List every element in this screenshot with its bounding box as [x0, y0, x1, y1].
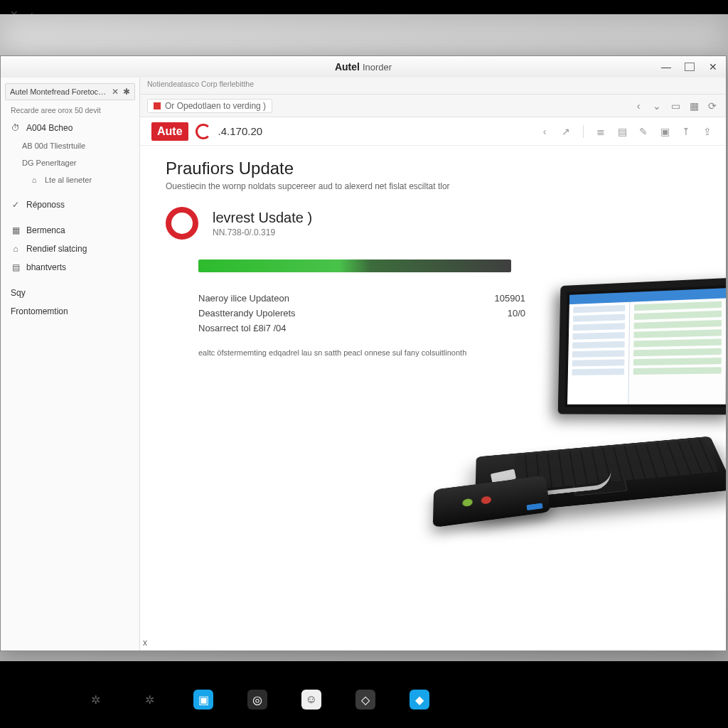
- version-label: .4.170.20: [218, 125, 263, 137]
- home-icon: ⌂: [29, 176, 39, 184]
- toolbar-separator: [583, 125, 584, 138]
- main-pane: Notiendeatasco Corp flerlebitthe Or Oped…: [140, 77, 726, 651]
- taskbar-icon[interactable]: ◎: [247, 690, 267, 710]
- sidebar-item-frontomemtion[interactable]: Frontomemtion: [1, 302, 139, 321]
- stats-value: 105901: [495, 293, 525, 304]
- stats-label: Naeroy ilice Updateon: [198, 293, 289, 304]
- taskbar-icon[interactable]: ◆: [410, 690, 429, 710]
- home-icon: ⌂: [11, 244, 21, 254]
- sidebar-item-label: Réponoss: [26, 200, 65, 210]
- list-icon[interactable]: ≣: [594, 126, 608, 137]
- address-chip-label: Or Opedotlaen to verding ): [165, 101, 266, 111]
- titlebar-brand: Autel: [335, 61, 360, 73]
- sidebar-item-bermença[interactable]: ▦ Bermenca: [1, 221, 139, 240]
- taskbar-icon[interactable]: ▣: [193, 690, 213, 710]
- stats-row: Naeroy ilice Updateon 105901: [198, 291, 525, 306]
- sidebar-item-reponoss[interactable]: ✓ Réponoss: [1, 196, 139, 214]
- window-minimize-button[interactable]: —: [658, 59, 675, 75]
- sidebar-caption: Recarde aree orox 50 devit: [1, 105, 139, 119]
- sidebar: Autel Montefread Foretoctic Aute ✕ ✱ Rec…: [1, 77, 140, 651]
- stats-value: 10/0: [508, 308, 525, 318]
- address-bar: Or Opedotlaen to verding ) ‹ ⌄ ▭ ▦ ⟳: [140, 95, 726, 117]
- sidebar-item-ab00d[interactable]: AB 00d Tliestrtuile: [1, 137, 139, 154]
- window-maximize-button[interactable]: [685, 63, 695, 71]
- sidebar-tab-title: Autel Montefread Foretoctic Aute: [10, 87, 107, 96]
- device-screen: [558, 277, 726, 414]
- scanner-port-icon: [527, 503, 543, 510]
- sidebar-item-label: Bermenca: [26, 225, 65, 235]
- address-chip[interactable]: Or Opedotlaen to verding ): [147, 99, 272, 113]
- sidebar-item-label: bhantverts: [26, 262, 66, 272]
- titlebar-subtitle: Inorder: [363, 62, 392, 73]
- grid-icon: ▦: [11, 225, 21, 235]
- device-cable: [498, 470, 613, 500]
- progress-bar: [198, 259, 511, 272]
- taskbar-icon[interactable]: ✲: [139, 690, 159, 710]
- sidebar-item-label: A004 Bcheo: [26, 123, 73, 133]
- update-header: levrest Usdate ) NN.738-0/.0.319: [166, 207, 700, 240]
- sidebar-item-lte[interactable]: ⌂ Lte al lieneter: [1, 171, 139, 188]
- taskbar: ✲ ✲ ▣ ◎ ☺ ◇ ◆: [85, 690, 429, 710]
- nav-back-icon[interactable]: ‹: [537, 126, 552, 137]
- taskbar-icon[interactable]: ☺: [301, 690, 321, 710]
- stats-label: Deastterandy Upolerets: [198, 308, 296, 318]
- external-link-icon[interactable]: ↗: [559, 126, 573, 137]
- page-subtitle: Ouestiecin the wornp noldats supcereer a…: [166, 181, 700, 191]
- update-content: Praufiors Update Ouestiecin the wornp no…: [140, 146, 726, 651]
- sidebar-item-rendief[interactable]: ⌂ Rendief slatcing: [1, 240, 139, 258]
- sidebar-item-dg[interactable]: DG Penerltager: [1, 154, 139, 171]
- status-ring-icon: [166, 207, 198, 240]
- scanner-green-button-icon: [462, 498, 472, 507]
- rows-icon[interactable]: ▤: [615, 126, 629, 137]
- update-version: NN.738-0/.0.319: [213, 228, 312, 237]
- sidebar-item-a004[interactable]: ⏱ A004 Bcheo: [1, 119, 139, 137]
- site-badge-icon: [154, 102, 161, 109]
- upload-icon[interactable]: ⤒: [679, 126, 693, 137]
- updater-window: Autel Inorder — ✕ Autel Montefread Foret…: [0, 55, 727, 651]
- grid-icon[interactable]: ▦: [687, 100, 700, 112]
- update-title: levrest Usdate ): [213, 210, 312, 226]
- page-title: Praufiors Update: [166, 159, 700, 178]
- pane-tab-row: Notiendeatasco Corp flerlebitthe: [140, 77, 726, 95]
- sidebar-item-label: Lte al lieneter: [45, 176, 92, 184]
- sidebar-item-label: DG Penerltager: [22, 159, 76, 167]
- pin-icon[interactable]: ✱: [123, 87, 130, 97]
- content-toolbar: Aute .4.170.20 ‹ ↗ ≣ ▤ ✎ ▣ ⤒ ⇪: [140, 117, 726, 146]
- footer-note: ealtc öfstermemting edqadrel lau sn satt…: [198, 348, 700, 357]
- stats-label: Nosarrect tol £8i7 /04: [198, 323, 287, 333]
- taskbar-icon[interactable]: ✲: [85, 690, 105, 710]
- dropdown-icon[interactable]: ⌄: [651, 100, 663, 112]
- clock-icon: ⏱: [11, 123, 21, 133]
- brand-badge: Aute: [151, 122, 188, 141]
- stats-row: Nosarrect tol £8i7 /04: [198, 321, 525, 336]
- device-keyboard: [515, 439, 718, 491]
- sidebar-item-label: Frontomemtion: [11, 306, 68, 316]
- desktop-background: Autel Inorder — ✕ Autel Montefread Foret…: [0, 14, 728, 661]
- sidebar-item-label: AB 00d Tliestrtuile: [22, 141, 85, 150]
- export-icon[interactable]: ⇪: [700, 126, 714, 137]
- cable-plug-icon: [491, 469, 516, 484]
- edit-icon[interactable]: ✎: [636, 126, 651, 137]
- sidebar-tab[interactable]: Autel Montefread Foretoctic Aute ✕ ✱: [5, 83, 135, 100]
- device-base: [475, 437, 726, 515]
- stats-table: Naeroy ilice Updateon 105901 Deastterand…: [198, 291, 525, 336]
- window-icon[interactable]: ▭: [669, 100, 682, 112]
- sidebar-item-bhantverts[interactable]: ▤ bhantverts: [1, 258, 139, 277]
- nav-back-icon[interactable]: ‹: [632, 100, 645, 112]
- refresh-icon[interactable]: ⟳: [706, 100, 719, 112]
- taskbar-icon[interactable]: ◇: [355, 690, 375, 710]
- sidebar-item-sqy[interactable]: Sqy: [1, 284, 139, 302]
- close-icon[interactable]: ✕: [112, 87, 119, 97]
- window-titlebar[interactable]: Autel Inorder — ✕: [1, 56, 726, 77]
- close-panel-button[interactable]: x: [143, 638, 147, 648]
- window-close-button[interactable]: ✕: [705, 59, 722, 75]
- diagnostic-scanner: [433, 476, 551, 528]
- check-icon: ✓: [11, 200, 21, 210]
- sidebar-item-label: Rendief slatcing: [26, 244, 87, 254]
- list-icon: ▤: [11, 262, 21, 272]
- loading-spinner-icon: [196, 124, 211, 139]
- sidebar-item-label: Sqy: [11, 288, 26, 298]
- stats-row: Deastterandy Upolerets 10/0: [198, 306, 525, 321]
- square-icon[interactable]: ▣: [658, 126, 672, 137]
- scanner-red-button-icon: [481, 496, 492, 504]
